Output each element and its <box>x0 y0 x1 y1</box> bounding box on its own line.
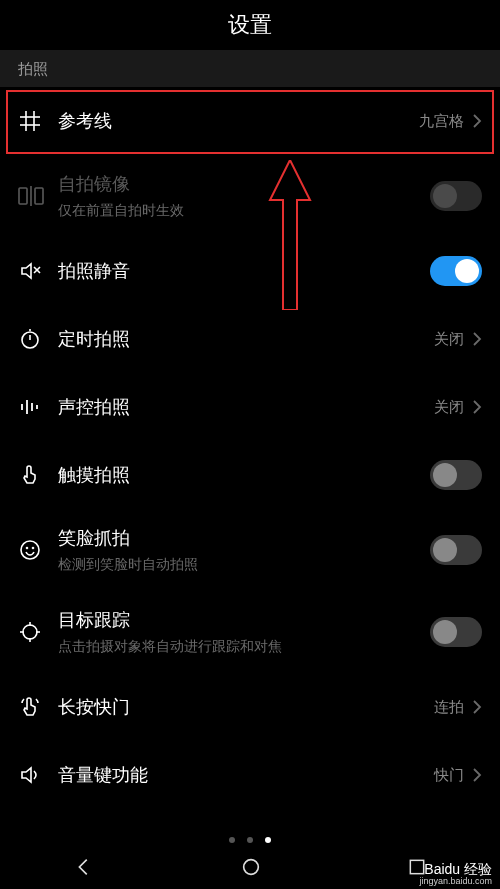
row-title: 目标跟踪 <box>58 608 430 632</box>
row-timer[interactable]: 定时拍照 关闭 <box>0 305 500 373</box>
chevron-right-icon <box>472 699 482 715</box>
row-voice[interactable]: 声控拍照 关闭 <box>0 373 500 441</box>
row-longpress[interactable]: 长按快门 连拍 <box>0 673 500 741</box>
row-value: 关闭 <box>434 330 464 349</box>
touch-icon <box>18 463 58 487</box>
row-touch[interactable]: 触摸拍照 <box>0 441 500 509</box>
watermark: Baidu 经验 jingyan.baidu.com <box>419 862 492 887</box>
chevron-right-icon <box>472 399 482 415</box>
watermark-url: jingyan.baidu.com <box>419 877 492 887</box>
row-title: 拍照静音 <box>58 259 430 283</box>
toggle-mute[interactable] <box>430 256 482 286</box>
nav-back-icon[interactable] <box>73 856 95 878</box>
row-mute[interactable]: 拍照静音 <box>0 237 500 305</box>
row-subtitle: 点击拍摄对象将自动进行跟踪和对焦 <box>58 638 430 656</box>
row-title: 音量键功能 <box>58 763 434 787</box>
row-subtitle: 仅在前置自拍时生效 <box>58 202 430 220</box>
row-title: 触摸拍照 <box>58 463 430 487</box>
row-volumekey[interactable]: 音量键功能 快门 <box>0 741 500 809</box>
svg-point-16 <box>21 541 39 559</box>
row-value: 连拍 <box>434 698 464 717</box>
grid-icon <box>18 109 58 133</box>
page-title: 设置 <box>0 0 500 50</box>
section-header-photo: 拍照 <box>0 50 500 87</box>
toggle-mirror[interactable] <box>430 181 482 211</box>
toggle-smile[interactable] <box>430 535 482 565</box>
row-track[interactable]: 目标跟踪 点击拍摄对象将自动进行跟踪和对焦 <box>0 591 500 673</box>
row-value: 关闭 <box>434 398 464 417</box>
row-title: 定时拍照 <box>58 327 434 351</box>
row-subtitle: 检测到笑脸时自动拍照 <box>58 556 430 574</box>
row-title: 笑脸抓拍 <box>58 526 430 550</box>
timer-icon <box>18 327 58 351</box>
smile-icon <box>18 538 58 562</box>
volume-icon <box>18 763 58 787</box>
chevron-right-icon <box>472 767 482 783</box>
chevron-right-icon <box>472 331 482 347</box>
row-value: 快门 <box>434 766 464 785</box>
page-indicator <box>0 837 500 843</box>
svg-point-17 <box>27 548 28 549</box>
voice-icon <box>18 395 58 419</box>
mirror-icon <box>18 185 58 207</box>
row-title: 长按快门 <box>58 695 434 719</box>
nav-home-icon[interactable] <box>240 856 262 878</box>
chevron-right-icon <box>472 113 482 129</box>
target-icon <box>18 620 58 644</box>
svg-point-19 <box>23 625 37 639</box>
svg-rect-5 <box>35 188 43 204</box>
row-guideline[interactable]: 参考线 九宫格 <box>0 87 500 155</box>
mute-icon <box>18 259 58 283</box>
toggle-touch[interactable] <box>430 460 482 490</box>
row-title: 参考线 <box>58 109 419 133</box>
svg-rect-4 <box>19 188 27 204</box>
row-title: 声控拍照 <box>58 395 434 419</box>
row-title: 自拍镜像 <box>58 172 430 196</box>
svg-point-18 <box>33 548 34 549</box>
longpress-icon <box>18 695 58 719</box>
watermark-brand: Baidu 经验 <box>419 862 492 877</box>
row-smile[interactable]: 笑脸抓拍 检测到笑脸时自动拍照 <box>0 509 500 591</box>
svg-point-25 <box>244 860 259 875</box>
row-value: 九宫格 <box>419 112 464 131</box>
row-mirror[interactable]: 自拍镜像 仅在前置自拍时生效 <box>0 155 500 237</box>
toggle-track[interactable] <box>430 617 482 647</box>
